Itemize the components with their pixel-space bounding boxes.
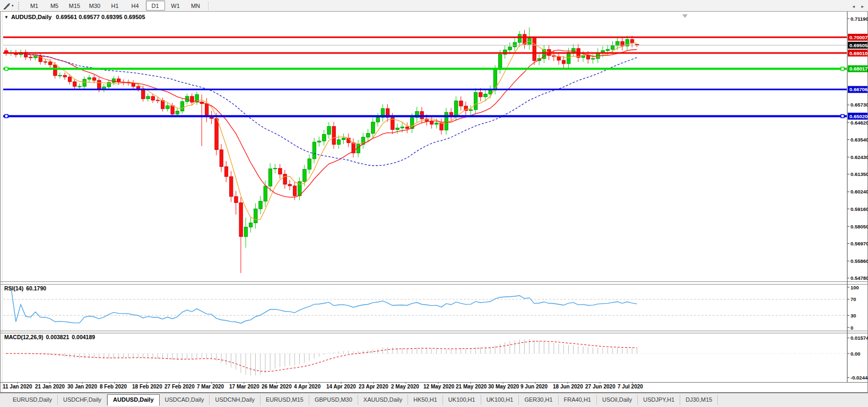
toolbar: ▾ M1M5M15M30H1H4D1W1MN [0, 0, 868, 12]
svg-text:21 May 2020: 21 May 2020 [456, 384, 487, 390]
chart-tab-15[interactable]: DJ30,M15 [680, 395, 718, 405]
line-handle[interactable] [841, 114, 844, 118]
candle-body [180, 102, 184, 111]
chevron-down-icon[interactable]: ▾ [12, 4, 14, 8]
candle-body [68, 77, 72, 82]
svg-text:18 Feb 2020: 18 Feb 2020 [132, 384, 162, 390]
candle-body [474, 92, 478, 110]
chart-tab-bar: EURUSD,DailyUSDCHF,DailyAUDUSD,DailyUSDC… [0, 393, 868, 407]
candle-body [224, 166, 228, 176]
svg-text:23 Apr 2020: 23 Apr 2020 [359, 384, 388, 390]
chart-tab-5[interactable]: EURUSD,M15 [261, 395, 309, 405]
svg-text:0.00: 0.00 [850, 351, 861, 357]
candle-body [469, 110, 473, 111]
candle-body [308, 159, 311, 170]
candle-body [317, 141, 321, 142]
candle-body [327, 127, 331, 135]
candle-body [440, 123, 444, 130]
svg-text:0.61350: 0.61350 [850, 171, 868, 177]
tab-scroll-left-icon[interactable]: ◂ [852, 4, 855, 9]
chart-tab-8[interactable]: HK50,H1 [408, 395, 443, 405]
chart-tab-2[interactable]: AUDUSD,Daily [107, 394, 159, 406]
candle-body [459, 101, 463, 106]
svg-text:7 Jul 2020: 7 Jul 2020 [618, 384, 643, 390]
timeframe-button-m5[interactable]: M5 [45, 1, 64, 11]
timeframe-button-m1[interactable]: M1 [25, 1, 44, 11]
timeframe-button-w1[interactable]: W1 [166, 1, 185, 11]
chart-title: ▼AUDUSD,Daily0.69561 0.69577 0.69395 0.6… [4, 14, 145, 20]
candle-body [48, 62, 52, 65]
candle-body [146, 96, 150, 99]
chart-tab-3[interactable]: USDCAD,Daily [160, 395, 210, 405]
svg-text:0.60240: 0.60240 [850, 189, 868, 194]
candle-body [92, 78, 96, 81]
candle-body [283, 174, 287, 184]
candle-body [88, 78, 91, 79]
svg-text:21 Jan 2020: 21 Jan 2020 [35, 384, 65, 390]
candle-body [498, 54, 502, 69]
line-handle[interactable] [5, 67, 8, 70]
pointer-tool-group: ▾ [0, 0, 24, 11]
chart-tab-0[interactable]: EURUSD,Daily [7, 395, 58, 405]
tab-scroll-right-icon[interactable]: ▸ [861, 4, 864, 9]
svg-text:17 Mar 2020: 17 Mar 2020 [229, 384, 259, 390]
candle-body [405, 127, 409, 128]
chart-tab-9[interactable]: UK100,H1 [443, 395, 481, 405]
svg-text:30: 30 [850, 313, 856, 318]
timeframe-button-h4[interactable]: H4 [126, 1, 145, 11]
candle-body [156, 100, 160, 101]
pointer-tool-button[interactable]: ▾ [2, 1, 15, 10]
candle-body [215, 119, 219, 150]
chart-tab-12[interactable]: FRA40,H1 [559, 395, 597, 405]
svg-text:0.65730: 0.65730 [850, 102, 868, 108]
svg-text:2 May 2020: 2 May 2020 [391, 384, 419, 390]
svg-text:0.55860: 0.55860 [850, 258, 868, 264]
candle-body [54, 65, 57, 76]
chart-tab-11[interactable]: GER30,H1 [519, 395, 558, 405]
svg-text:9 Jun 2020: 9 Jun 2020 [520, 384, 548, 390]
timeframe-button-m30[interactable]: M30 [85, 1, 105, 11]
candle-body [508, 47, 512, 50]
chart-tab-14[interactable]: USDJPY,H1 [638, 395, 680, 405]
svg-text:0.69010: 0.69010 [849, 50, 867, 56]
svg-text:0.62430: 0.62430 [850, 154, 868, 160]
chart-tab-4[interactable]: USDCNH,Daily [210, 395, 261, 405]
chart-canvas[interactable]: 0.711900.679200.657300.646200.635400.624… [0, 0, 868, 407]
candle-body [401, 127, 404, 128]
chart-tab-6[interactable]: GBPUSD,M30 [309, 395, 358, 405]
chart-tab-7[interactable]: XAUUSD,Daily [358, 395, 408, 405]
candle-body [171, 105, 175, 114]
line-handle[interactable] [841, 67, 844, 70]
svg-text:30 May 2020: 30 May 2020 [488, 384, 519, 390]
chart-tab-10[interactable]: UK100,H1 [481, 395, 519, 405]
candle-body [235, 197, 238, 203]
candle-body [83, 79, 86, 86]
candle-body [592, 59, 595, 59]
svg-text:100: 100 [850, 285, 859, 290]
chart-tab-1[interactable]: USDCHF,Daily [58, 395, 107, 405]
candle-body [288, 184, 292, 186]
candle-body [611, 46, 614, 49]
candle-body [396, 128, 400, 130]
svg-text:0.70007: 0.70007 [849, 34, 867, 40]
candle-body [557, 57, 561, 60]
chart-ohlc-values: 0.69561 0.69577 0.69395 0.69505 [56, 14, 145, 20]
svg-text:0.01574: 0.01574 [850, 335, 868, 341]
candle-body [479, 92, 483, 96]
candle-body [371, 122, 375, 133]
chart-menu-icon[interactable]: ▼ [4, 15, 8, 20]
candle-body [268, 169, 272, 187]
candle-body [151, 96, 155, 100]
candle-body [484, 94, 488, 96]
candle-body [98, 81, 101, 90]
timeframe-button-m15[interactable]: M15 [65, 1, 84, 11]
candle-body [518, 34, 522, 42]
candle-body [293, 186, 297, 196]
chart-tab-13[interactable]: USOil,Daily [597, 395, 638, 405]
candle-body [190, 96, 194, 102]
svg-text:0.54780: 0.54780 [850, 275, 868, 281]
timeframe-button-h1[interactable]: H1 [106, 1, 125, 11]
timeframe-button-d1[interactable]: D1 [146, 1, 165, 11]
line-handle[interactable] [5, 114, 8, 118]
timeframe-button-mn[interactable]: MN [186, 1, 205, 11]
